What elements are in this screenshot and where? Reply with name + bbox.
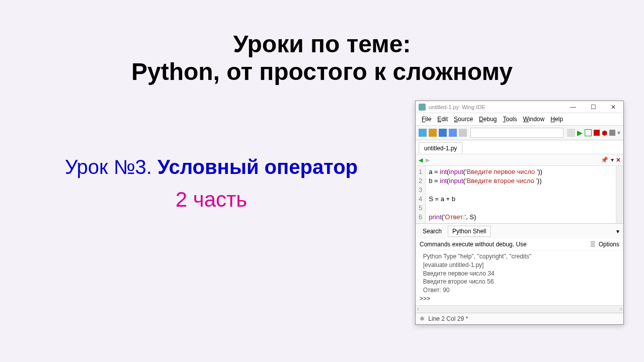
file-tab[interactable]: untitled-1.py: [419, 142, 462, 154]
goto-icon[interactable]: [459, 129, 467, 137]
code-lines[interactable]: a = int(input('Введите первое число '))b…: [426, 166, 616, 223]
shell-gear-icon[interactable]: ☰: [590, 241, 596, 248]
layout-icon[interactable]: [609, 130, 615, 136]
lesson-title: Условный оператор: [157, 156, 358, 178]
status-gear-icon[interactable]: ✱: [420, 315, 425, 322]
file-tab-bar: untitled-1.py: [416, 140, 623, 154]
menubar: File Edit Source Debug Tools Window Help: [416, 113, 623, 126]
titlebar: untitled-1.py: Wing IDE — ☐ ✕: [416, 101, 623, 113]
line-gutter: 123456: [416, 166, 426, 223]
dropdown-icon[interactable]: ▾: [611, 156, 614, 163]
panel-dropdown-icon[interactable]: ▼: [615, 229, 620, 234]
shell-header: Commands execute without debug. Use ☰ Op…: [416, 239, 623, 250]
cursor-position: Line 2 Col 29 *: [428, 315, 468, 322]
lesson-block: Урок №3. Условный оператор 2 часть: [18, 156, 405, 212]
shell-output[interactable]: Python Type "help", "copyright", "credit…: [416, 250, 623, 305]
tab-python-shell[interactable]: Python Shell: [448, 226, 491, 237]
maximize-button[interactable]: ☐: [586, 103, 600, 112]
menu-tools[interactable]: Tools: [501, 115, 519, 124]
save-icon[interactable]: [439, 129, 447, 137]
menu-help[interactable]: Help: [548, 115, 565, 124]
lesson-part: 2 часть: [18, 188, 405, 212]
close-button[interactable]: ✕: [606, 103, 620, 112]
toolbar-overflow-icon[interactable]: ▾: [617, 129, 620, 136]
slide-title: Уроки по теме: Python, от простого к сло…: [0, 0, 644, 85]
search-icon[interactable]: [567, 129, 575, 137]
open-file-icon[interactable]: [429, 129, 437, 137]
save-all-icon[interactable]: [449, 129, 457, 137]
title-line-1: Уроки по теме:: [233, 31, 411, 57]
nav-back-icon[interactable]: ◀: [419, 157, 423, 163]
ide-window: untitled-1.py: Wing IDE — ☐ ✕ File Edit …: [415, 101, 624, 325]
menu-window[interactable]: Window: [521, 115, 547, 124]
shell-header-text: Commands execute without debug. Use: [420, 241, 527, 248]
code-editor[interactable]: 123456 a = int(input('Введите первое чис…: [416, 166, 623, 223]
debug-icon[interactable]: [585, 129, 592, 136]
pin-icon[interactable]: 📌: [601, 156, 608, 163]
shell-options[interactable]: Options: [599, 241, 619, 248]
tab-search[interactable]: Search: [419, 226, 446, 236]
menu-debug[interactable]: Debug: [477, 115, 499, 124]
stop-icon[interactable]: [594, 130, 600, 136]
bug-icon[interactable]: ⬢: [602, 129, 607, 137]
window-title: untitled-1.py: Wing IDE: [429, 104, 566, 110]
horizontal-scrollbar[interactable]: ‹›: [416, 305, 623, 313]
run-icon[interactable]: ▶: [577, 129, 583, 136]
menu-edit[interactable]: Edit: [435, 115, 450, 124]
title-line-2: Python, от простого к сложному: [131, 58, 513, 85]
search-input[interactable]: [470, 128, 564, 138]
menu-source[interactable]: Source: [452, 115, 475, 124]
app-icon: [419, 104, 426, 111]
vertical-scrollbar[interactable]: [616, 166, 623, 223]
toolbar: ▶ ⬢ ▾: [416, 126, 623, 140]
new-file-icon[interactable]: [419, 129, 427, 137]
lesson-number: Урок №3.: [65, 156, 152, 178]
editor-tab-controls: ◀ ▶ 📌 ▾ ×: [416, 154, 623, 166]
minimize-button[interactable]: —: [566, 103, 580, 112]
close-tab-icon[interactable]: ×: [616, 156, 620, 164]
nav-forward-icon[interactable]: ▶: [426, 157, 430, 163]
bottom-panel-tabs: Search Python Shell ▼: [416, 223, 623, 239]
statusbar: ✱ Line 2 Col 29 *: [416, 313, 623, 324]
menu-file[interactable]: File: [420, 115, 433, 124]
